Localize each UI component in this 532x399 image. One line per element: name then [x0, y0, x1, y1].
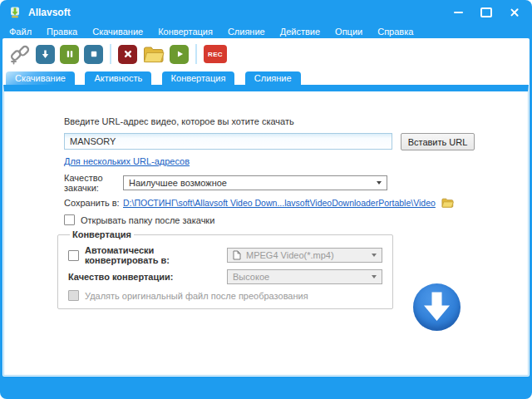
- open-folder-icon: [143, 46, 165, 63]
- chevron-down-icon: [377, 181, 382, 185]
- play-icon: [174, 48, 185, 60]
- delete-button[interactable]: [118, 45, 137, 64]
- open-folder-after-label: Открывать папку после закачки: [81, 215, 214, 225]
- tab-merge[interactable]: Слияние: [245, 71, 301, 86]
- folder-icon: [441, 198, 454, 208]
- url-input[interactable]: [64, 133, 392, 150]
- auto-convert-label: Автоматически конвертировать в:: [85, 245, 227, 265]
- menu-merge[interactable]: Слияние: [220, 25, 273, 38]
- menu-download[interactable]: Скачивание: [85, 25, 150, 38]
- download-quality-select[interactable]: Наилучшее возможное: [123, 175, 387, 190]
- menu-help[interactable]: Справка: [370, 25, 421, 38]
- pause-icon: [64, 48, 76, 60]
- start-download-button[interactable]: [413, 283, 461, 331]
- save-to-label: Сохранить в:: [64, 198, 123, 208]
- title-bar: Allavsoft: [0, 0, 532, 23]
- chevron-down-icon: [372, 254, 377, 257]
- download-quality-label: Качество закачки:: [64, 173, 123, 193]
- tab-activity[interactable]: Активность: [85, 71, 151, 86]
- conversion-group: Конвертация Автоматически конвертировать…: [57, 229, 393, 309]
- convert-quality-select[interactable]: Высокое: [227, 269, 382, 284]
- download-icon: [39, 48, 52, 61]
- open-folder-button[interactable]: [142, 45, 165, 64]
- pause-button[interactable]: [60, 45, 79, 64]
- stop-button[interactable]: [84, 45, 103, 64]
- tab-download[interactable]: Скачивание: [6, 71, 75, 86]
- download-button[interactable]: [36, 45, 55, 64]
- video-file-icon: [233, 250, 241, 260]
- tab-convert[interactable]: Конвертация: [162, 71, 235, 86]
- menu-convert[interactable]: Конвертация: [150, 25, 220, 38]
- add-link-button[interactable]: [8, 45, 31, 64]
- conversion-group-label: Конвертация: [70, 229, 134, 239]
- window-body: REC Скачивание Активность Конвертация Сл…: [2, 38, 530, 377]
- window-title: Allavsoft: [28, 7, 71, 18]
- close-button[interactable]: [504, 5, 525, 20]
- big-download-arrow-icon: [413, 283, 461, 331]
- download-tab-panel: Введите URL-адрес видео, которое вы хоти…: [3, 85, 529, 376]
- record-button[interactable]: REC: [204, 45, 227, 63]
- save-path-link[interactable]: D:\ПОСТИНГ\soft\Allavsoft Video Down...l…: [123, 198, 436, 208]
- minimize-button[interactable]: [447, 5, 469, 20]
- toolbar-separator: [110, 44, 111, 64]
- menu-edit[interactable]: Правка: [39, 25, 85, 38]
- toolbar: REC: [2, 38, 530, 70]
- open-folder-after-checkbox[interactable]: [64, 214, 75, 225]
- paste-url-button[interactable]: Вставить URL: [401, 133, 475, 150]
- add-link-icon: [9, 43, 31, 65]
- stop-icon: [88, 48, 100, 60]
- browse-folder-button[interactable]: [441, 198, 454, 208]
- maximize-button[interactable]: [475, 5, 497, 20]
- convert-quality-label: Качество конвертации:: [68, 272, 173, 282]
- menu-bar: Файл Правка Скачивание Конвертация Слиян…: [0, 23, 532, 40]
- app-window: Allavsoft Файл Правка Скачивание Конверт…: [0, 0, 532, 399]
- play-button[interactable]: [170, 45, 189, 64]
- menu-options[interactable]: Опции: [328, 25, 370, 38]
- delete-icon: [122, 48, 134, 60]
- menu-file[interactable]: Файл: [2, 25, 39, 38]
- multiple-urls-link[interactable]: Для нескольких URL-адресов: [64, 156, 190, 166]
- delete-original-label: Удалять оригинальный файл после преобраз…: [85, 291, 308, 301]
- maximize-icon: [480, 7, 492, 17]
- delete-original-checkbox[interactable]: [68, 290, 79, 301]
- close-icon: [510, 7, 520, 17]
- minimize-icon: [454, 12, 463, 13]
- app-logo-icon: [8, 6, 22, 19]
- menu-action[interactable]: Действие: [273, 25, 328, 38]
- tab-bar: Скачивание Активность Конвертация Слияни…: [2, 70, 530, 85]
- toolbar-separator: [195, 44, 197, 64]
- convert-format-select[interactable]: MPEG4 Video(*.mp4): [227, 248, 382, 263]
- auto-convert-checkbox[interactable]: [68, 250, 79, 261]
- url-entry-label: Введите URL-адрес видео, которое вы хоти…: [64, 91, 528, 126]
- chevron-down-icon: [372, 275, 377, 278]
